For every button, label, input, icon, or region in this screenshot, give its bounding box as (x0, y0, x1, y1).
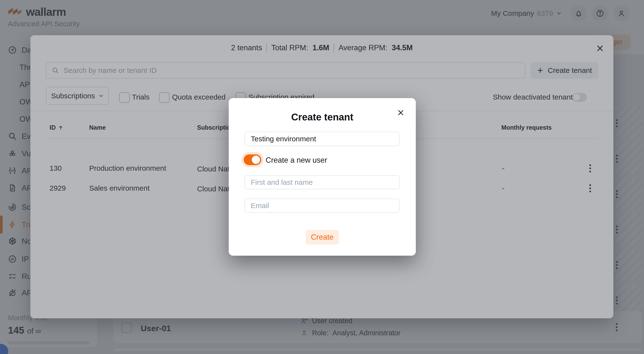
email-input[interactable] (244, 199, 400, 213)
full-name-input[interactable] (244, 175, 400, 189)
tenant-name-input[interactable] (244, 132, 400, 146)
create-user-toggle-label: Create a new user (266, 156, 327, 165)
create-user-toggle[interactable] (244, 154, 261, 165)
close-icon (397, 109, 405, 117)
close-button[interactable] (396, 107, 406, 118)
modal-title: Create tenant (229, 112, 416, 123)
create-submit-button[interactable]: Create (306, 230, 339, 245)
create-tenant-modal: Create tenant Create a new user Create (229, 98, 416, 256)
